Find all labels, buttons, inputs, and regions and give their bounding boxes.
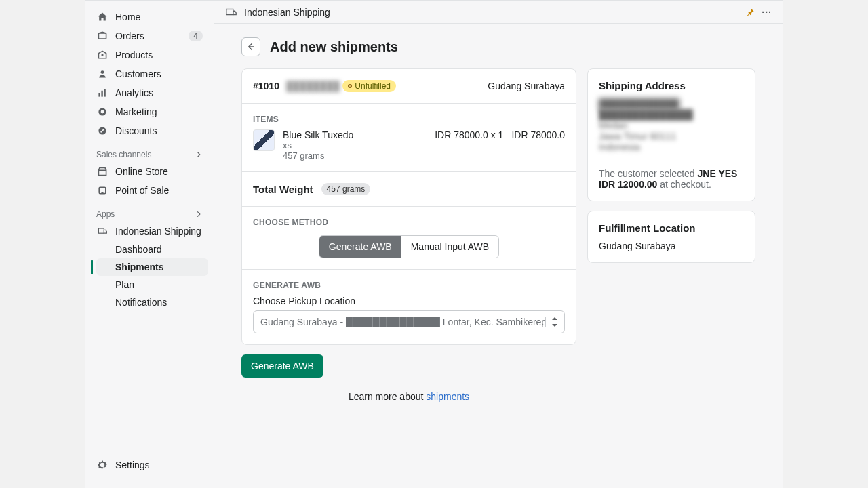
nav-customers[interactable]: Customers bbox=[91, 64, 208, 83]
more-icon[interactable]: ··· bbox=[762, 7, 772, 18]
order-id: #1010 bbox=[253, 81, 279, 92]
nav-orders[interactable]: Orders 4 bbox=[91, 26, 208, 45]
address-line: Indonesia bbox=[599, 142, 744, 152]
svg-point-1 bbox=[102, 54, 103, 56]
line-item-weight: 457 grams bbox=[283, 150, 427, 161]
nav-point-of-sale[interactable]: Point of Sale bbox=[91, 181, 208, 200]
nav-label: Products bbox=[115, 49, 153, 60]
products-icon bbox=[96, 49, 108, 61]
svg-rect-5 bbox=[104, 89, 105, 96]
chevron-right-icon bbox=[195, 210, 203, 218]
topbar-title: Indonesian Shipping bbox=[244, 7, 330, 18]
nav-label: Indonesian Shipping bbox=[115, 226, 201, 237]
customers-icon bbox=[96, 68, 108, 80]
learn-more: Learn more about shipments bbox=[241, 391, 576, 402]
section-label: Apps bbox=[96, 209, 115, 219]
svg-rect-4 bbox=[101, 91, 102, 97]
address-line: ████████████ bbox=[599, 98, 744, 109]
status-badge: Unfulfilled bbox=[342, 80, 396, 92]
nav-label: Settings bbox=[115, 460, 150, 470]
subnav-plan[interactable]: Plan bbox=[96, 276, 208, 293]
generate-awb-label: GENERATE AWB bbox=[253, 281, 565, 290]
method-generate-awb[interactable]: Generate AWB bbox=[319, 236, 401, 258]
section-sales-channels[interactable]: Sales channels bbox=[85, 147, 214, 162]
method-manual-awb[interactable]: Manual Input AWB bbox=[401, 236, 498, 258]
subnav-dashboard[interactable]: Dashboard bbox=[96, 241, 208, 258]
analytics-icon bbox=[96, 87, 108, 99]
line-item-variant: xs bbox=[283, 140, 427, 150]
svg-rect-11 bbox=[226, 9, 233, 14]
line-item-price: IDR 78000.0 x 1 bbox=[435, 129, 503, 140]
nav-label: Orders bbox=[115, 30, 144, 41]
checkout-prefix: The customer selected bbox=[599, 168, 698, 179]
line-item: Blue Silk Tuxedo xs 457 grams IDR 78000.… bbox=[253, 129, 565, 161]
nav-app-indonesian-shipping[interactable]: Indonesian Shipping bbox=[91, 222, 208, 241]
total-weight-label: Total Weight bbox=[253, 184, 313, 195]
status-text: Unfulfilled bbox=[355, 81, 391, 91]
address-line: Medan bbox=[599, 120, 744, 131]
pickup-label: Choose Pickup Location bbox=[253, 296, 565, 306]
fulfillment-location: Gudang Surabaya bbox=[599, 241, 744, 251]
product-thumbnail bbox=[253, 129, 275, 151]
line-item-title: Blue Silk Tuxedo bbox=[283, 129, 427, 140]
order-customer: ████████ bbox=[286, 81, 340, 92]
gear-icon bbox=[96, 459, 108, 471]
shipments-link[interactable]: shipments bbox=[426, 391, 469, 402]
nav-label: Point of Sale bbox=[115, 185, 169, 196]
pos-icon bbox=[96, 184, 108, 197]
svg-rect-10 bbox=[98, 228, 104, 233]
home-icon bbox=[96, 11, 108, 23]
nav-label: Online Store bbox=[115, 166, 168, 177]
nav-analytics[interactable]: Analytics bbox=[91, 83, 208, 102]
choose-method-label: CHOOSE METHOD bbox=[253, 218, 565, 227]
status-dot-icon bbox=[348, 84, 352, 88]
shipping-address: ████████████ ██████████████ Medan Jawa T… bbox=[599, 98, 744, 152]
fulfillment-card: Fulfillment Location Gudang Surabaya bbox=[587, 211, 755, 263]
total-weight-value: 457 grams bbox=[321, 183, 371, 195]
topbar: Indonesian Shipping ··· bbox=[214, 1, 783, 24]
svg-point-2 bbox=[101, 70, 104, 74]
subnav-shipments[interactable]: Shipments bbox=[96, 258, 208, 276]
section-label: Sales channels bbox=[96, 150, 151, 159]
shipping-address-card: Shipping Address ████████████ ██████████… bbox=[587, 68, 755, 201]
line-item-subtotal: IDR 78000.0 bbox=[511, 129, 565, 140]
svg-rect-3 bbox=[98, 93, 100, 97]
order-card: #1010 ████████ Unfulfilled Gudang Suraba… bbox=[241, 68, 576, 345]
nav-discounts[interactable]: Discounts bbox=[91, 121, 208, 140]
app-icon bbox=[96, 225, 108, 237]
nav-label: Analytics bbox=[115, 87, 153, 98]
order-warehouse: Gudang Surabaya bbox=[488, 81, 565, 92]
subnav-notifications[interactable]: Notifications bbox=[96, 293, 208, 311]
nav-home[interactable]: Home bbox=[91, 7, 208, 26]
method-segmented: Generate AWB Manual Input AWB bbox=[319, 235, 499, 258]
app-brand-icon bbox=[225, 6, 237, 18]
section-apps[interactable]: Apps bbox=[85, 207, 214, 222]
pin-icon[interactable] bbox=[745, 7, 755, 17]
nav-label: Customers bbox=[115, 68, 161, 79]
nav-products[interactable]: Products bbox=[91, 45, 208, 64]
learn-prefix: Learn more about bbox=[349, 391, 426, 402]
store-icon bbox=[96, 165, 108, 178]
address-line: ██████████████ bbox=[599, 109, 744, 120]
pickup-location-select[interactable]: Gudang Surabaya - ██████████████ Lontar,… bbox=[253, 310, 565, 333]
chevron-right-icon bbox=[195, 150, 203, 159]
nav-label: Discounts bbox=[115, 125, 157, 136]
nav-label: Marketing bbox=[115, 106, 157, 117]
nav-label: Home bbox=[115, 12, 140, 22]
svg-rect-0 bbox=[98, 33, 106, 39]
marketing-icon bbox=[96, 106, 108, 118]
sidebar: Home Orders 4 Products bbox=[85, 1, 214, 488]
nav-online-store[interactable]: Online Store bbox=[91, 162, 208, 181]
back-button[interactable] bbox=[241, 37, 260, 56]
nav-marketing[interactable]: Marketing bbox=[91, 102, 208, 121]
checkout-rate-text: The customer selected JNE YES IDR 12000.… bbox=[599, 168, 744, 190]
address-line: Jawa Timur 60111 bbox=[599, 131, 744, 142]
svg-point-7 bbox=[101, 110, 104, 114]
page-title: Add new shipments bbox=[270, 39, 398, 55]
fulfillment-title: Fulfillment Location bbox=[599, 222, 744, 234]
orders-badge: 4 bbox=[189, 30, 203, 41]
discounts-icon bbox=[96, 125, 108, 137]
generate-awb-button[interactable]: Generate AWB bbox=[241, 354, 323, 378]
checkout-suffix: at checkout. bbox=[657, 179, 711, 190]
nav-settings[interactable]: Settings bbox=[91, 455, 208, 474]
